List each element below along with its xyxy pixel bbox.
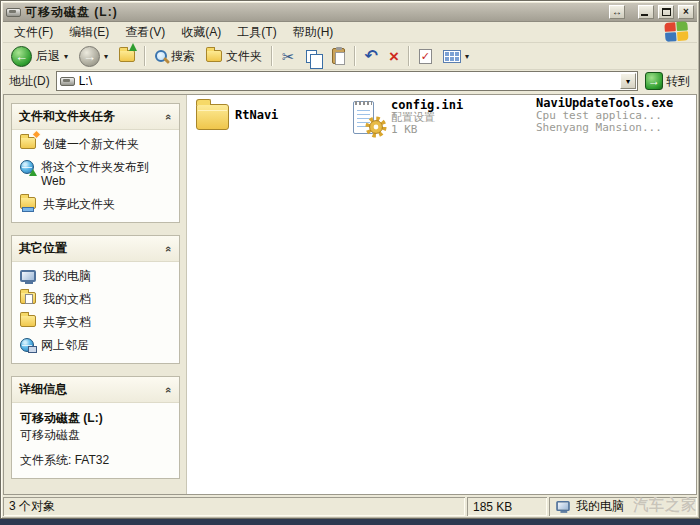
cut-button[interactable]: ✂ [278,47,299,66]
network-places-icon [20,338,34,352]
status-total-size: 185 KB [467,497,547,516]
windows-logo-icon [664,21,691,44]
file-text: NaviUpdateTools.exe Cpu test applica... … [536,97,673,134]
back-icon: ← [11,46,32,67]
place-my-documents[interactable]: 我的文档 [20,292,171,306]
place-network[interactable]: 网上邻居 [20,338,171,352]
maximize-button[interactable] [658,5,674,19]
check-page-icon: ✓ [419,49,432,64]
task-share-folder[interactable]: 共享此文件夹 [20,197,171,211]
panel-body: 我的电脑 我的文档 共享文档 网上邻居 [12,262,179,363]
screen-edge [0,519,700,525]
file-list[interactable]: RtNavi config.ini 配置设置 1 KB [187,95,696,494]
title-bar[interactable]: 可移动磁盘 (L:) ↔ × [3,3,697,22]
collapse-chevron-icon[interactable]: « [163,386,175,392]
folder-icon [196,104,229,130]
task-publish-web[interactable]: 将这个文件夹发布到 Web [20,160,171,188]
address-value: L:\ [79,74,616,88]
views-dropdown-icon: ▾ [465,52,469,61]
views-button[interactable]: ▾ [439,48,473,65]
checklist-button[interactable]: ✓ [415,47,436,66]
undo-button[interactable]: ↶ [361,46,382,66]
toolbar: ← 后退 ▾ → ▾ 搜索 文件夹 ✂ [3,43,697,70]
menu-tools[interactable]: 工具(T) [230,22,283,43]
delete-button[interactable]: × [385,46,403,67]
place-shared-documents[interactable]: 共享文档 [20,315,171,329]
back-button[interactable]: ← 后退 ▾ [7,44,72,69]
close-button[interactable]: × [678,5,694,19]
menu-file[interactable]: 文件(F) [7,22,60,43]
paste-icon [332,48,345,64]
go-arrow-icon: → [645,72,663,90]
gear-icon [365,116,387,138]
explorer-window: 可移动磁盘 (L:) ↔ × 文件(F) 编辑(E) 查看(V) 收藏(A) 工… [0,0,700,519]
removable-disk-icon [6,8,21,17]
maximize-icon [662,8,671,16]
panel-header-tasks[interactable]: 文件和文件夹任务 « [12,104,179,130]
copy-button[interactable] [302,48,325,65]
details-filesystem: 文件系统: FAT32 [20,452,171,469]
new-folder-icon [20,137,36,149]
resize-button[interactable]: ↔ [609,5,625,19]
file-tile-rtnavi[interactable]: RtNavi [196,101,278,130]
address-input[interactable]: L:\ ▾ [56,71,638,91]
forward-button[interactable]: → ▾ [75,44,112,69]
minimize-icon [641,13,648,16]
details-volume-type: 可移动磁盘 [20,427,171,444]
status-location-label: 我的电脑 [576,498,624,515]
panel-details: 详细信息 « 可移动磁盘 (L:) 可移动磁盘 文件系统: FAT32 [11,376,180,479]
paste-button[interactable] [328,46,349,66]
up-button[interactable] [115,48,139,64]
menu-bar: 文件(F) 编辑(E) 查看(V) 收藏(A) 工具(T) 帮助(H) [3,22,697,43]
panel-title: 详细信息 [19,381,67,398]
copy-icon [306,50,317,63]
task-create-folder[interactable]: 创建一个新文件夹 [20,137,171,151]
file-description: Shenyang Mansion... [536,122,673,134]
search-icon [155,50,167,62]
back-label: 后退 [36,48,60,65]
menu-view[interactable]: 查看(V) [118,22,172,43]
toolbar-separator [271,46,273,66]
undo-icon: ↶ [365,48,378,64]
cut-icon: ✂ [282,49,295,64]
address-dropdown-button[interactable]: ▾ [620,73,636,89]
search-label: 搜索 [171,48,195,65]
place-my-computer[interactable]: 我的电脑 [20,269,171,283]
sidebar: 文件和文件夹任务 « 创建一个新文件夹 将这个文件夹发布到 Web [4,95,187,494]
panel-header-places[interactable]: 其它位置 « [12,236,179,262]
menu-edit[interactable]: 编辑(E) [62,22,116,43]
my-computer-icon [556,500,570,510]
back-dropdown-icon[interactable]: ▾ [64,52,68,61]
forward-dropdown-icon[interactable]: ▾ [104,52,108,61]
delete-icon: × [389,48,399,65]
forward-icon: → [79,46,100,67]
go-button[interactable]: → 转到 [642,72,693,90]
go-label: 转到 [666,73,690,90]
shared-documents-icon [20,315,36,327]
address-disk-icon [60,77,75,86]
window-title: 可移动磁盘 (L:) [25,4,605,21]
minimize-button[interactable] [638,5,654,19]
search-button[interactable]: 搜索 [151,46,199,67]
file-tile-config[interactable]: config.ini 配置设置 1 KB [353,99,463,136]
collapse-chevron-icon[interactable]: « [163,245,175,251]
details-volume-name: 可移动磁盘 (L:) [20,410,171,427]
menu-help[interactable]: 帮助(H) [286,22,341,43]
close-icon: × [683,7,689,17]
status-object-count: 3 个对象 [3,497,465,516]
file-name: RtNavi [235,109,278,122]
panel-title: 其它位置 [19,240,67,257]
file-text: config.ini 配置设置 1 KB [391,99,463,136]
panel-header-details[interactable]: 详细信息 « [12,377,179,403]
address-bar: 地址(D) L:\ ▾ → 转到 [3,70,697,95]
collapse-chevron-icon[interactable]: « [163,113,175,119]
my-documents-icon [20,292,36,304]
menu-favorites[interactable]: 收藏(A) [174,22,228,43]
folders-button[interactable]: 文件夹 [202,46,266,67]
views-grid-icon [443,50,461,63]
toolbar-separator [144,46,146,66]
panel-body: 可移动磁盘 (L:) 可移动磁盘 文件系统: FAT32 [12,403,179,478]
up-folder-icon [119,50,135,62]
publish-web-icon [20,160,34,174]
file-tile-naviupdatetools[interactable]: NaviUpdateTools.exe Cpu test applica... … [536,97,673,134]
